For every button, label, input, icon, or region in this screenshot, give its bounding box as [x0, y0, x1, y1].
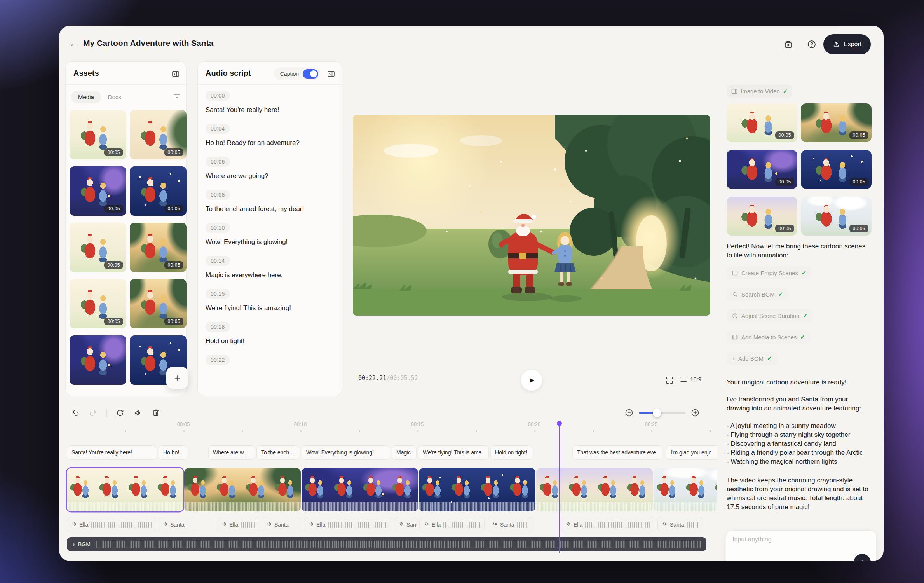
timestamp-pill: 00:10	[206, 223, 230, 233]
generated-clip-thumbnail[interactable]: 00:05	[801, 150, 872, 189]
voice-clip[interactable]: Ella	[67, 517, 156, 532]
voice-clip[interactable]: Ella	[561, 517, 654, 532]
image-to-video-step[interactable]: Image to Video ✓	[727, 85, 792, 98]
asset-thumbnail[interactable]: 00:05	[130, 279, 187, 328]
caption-clip[interactable]: Where are w...	[208, 445, 255, 460]
caption-clip[interactable]: That was the best adventure eve	[572, 445, 662, 460]
aspect-ratio-control[interactable]: 16:9	[680, 376, 701, 382]
generated-clip-thumbnail[interactable]: 00:05	[727, 103, 797, 142]
zoom-control	[625, 407, 699, 419]
asset-thumbnail[interactable]	[70, 335, 126, 385]
playhead[interactable]	[559, 424, 560, 553]
generated-clip-thumbnail[interactable]: 00:05	[801, 197, 872, 236]
video-clip[interactable]	[67, 468, 183, 511]
generated-clip-thumbnail[interactable]: 00:05	[727, 150, 797, 189]
divider	[198, 84, 342, 85]
caption-clip[interactable]: Wow! Everything is glowing!	[302, 445, 390, 460]
asset-thumbnail[interactable]: 00:05	[70, 279, 126, 328]
asset-thumbnail[interactable]: 00:05	[70, 223, 126, 272]
caption-clip[interactable]: Ho ho!...	[159, 445, 188, 460]
step-label: Adjust Scene Duration	[741, 312, 799, 319]
export-button[interactable]: Export	[823, 34, 871, 54]
delete-icon[interactable]	[151, 408, 160, 417]
cartoon-figures	[70, 335, 126, 385]
workflow-step[interactable]: ♪ Create Empty Scenes ✓	[727, 266, 812, 279]
asset-thumbnail[interactable]: 00:05	[70, 110, 126, 159]
music-note-icon: ♪	[72, 541, 75, 547]
workflow-step[interactable]: ♪ Search BGM ✓	[727, 288, 788, 301]
generated-clip-thumbnail[interactable]: 00:05	[727, 197, 797, 236]
voice-clip[interactable]: Ella	[304, 517, 392, 532]
send-button[interactable]: ↑	[854, 554, 871, 561]
voice-clip[interactable]: Ella	[217, 517, 260, 532]
zoom-slider-knob[interactable]	[653, 408, 661, 417]
collapse-panel-icon[interactable]	[171, 69, 181, 79]
voice-clip[interactable]: Ella	[419, 517, 485, 532]
voice-icon	[492, 522, 497, 527]
redo-icon[interactable]	[89, 408, 98, 417]
workflow-step[interactable]: ♪ Add BGM ✓	[727, 352, 778, 365]
workflow-step[interactable]: ♪ Add Media to Scenes ✓	[727, 330, 811, 344]
audio-volume-icon[interactable]	[133, 408, 143, 417]
duration-badge: 00:05	[104, 261, 123, 269]
caption-clip[interactable]: I'm glad you enjo	[666, 445, 717, 460]
zoom-out-icon[interactable]	[625, 408, 633, 417]
voice-clip[interactable]: Santa	[488, 517, 533, 532]
caption-clip[interactable]: Hold on tight!	[490, 445, 533, 460]
script-entry[interactable]: 00:10 Wow! Everything is glowing!	[206, 223, 335, 246]
caption-clip[interactable]: Santa! You're really here!	[67, 445, 157, 460]
help-icon[interactable]	[806, 39, 818, 50]
voice-clip[interactable]: Santa	[158, 517, 195, 532]
script-entry[interactable]: 00:06 Where are we going?	[206, 157, 335, 180]
aspect-ratio-value: 16:9	[690, 376, 701, 382]
playhead-handle[interactable]	[556, 420, 563, 427]
caption-clip[interactable]: We're flying! This is ama	[418, 445, 489, 460]
loop-icon[interactable]	[115, 408, 125, 417]
script-entries: 00:00 Santa! You're really here! 00:04 H…	[206, 91, 335, 396]
caption-text: Ho ho!...	[163, 449, 184, 456]
video-clip[interactable]	[302, 468, 418, 511]
collapse-panel-icon[interactable]	[326, 69, 336, 79]
video-preview[interactable]	[353, 115, 710, 316]
asset-thumbnail[interactable]: 00:05	[130, 110, 187, 159]
add-asset-button[interactable]: +	[166, 367, 188, 389]
caption-clip[interactable]: Magic i	[392, 445, 417, 460]
script-entry[interactable]: 00:00 Santa! You're really here!	[206, 91, 335, 114]
video-clip[interactable]	[654, 468, 717, 511]
asset-thumbnail[interactable]: 00:05	[130, 166, 187, 216]
duration-badge: 00:05	[104, 205, 123, 213]
script-entry[interactable]: 00:22	[206, 355, 335, 365]
asset-thumbnail[interactable]: 00:05	[130, 223, 187, 272]
video-clip[interactable]	[536, 468, 653, 511]
undo-icon[interactable]	[71, 408, 80, 417]
asset-thumbnail[interactable]: 00:05	[70, 166, 126, 216]
chat-input[interactable]	[732, 536, 865, 543]
zoom-slider[interactable]	[639, 412, 685, 414]
caption-toggle[interactable]	[303, 69, 318, 79]
tab-media[interactable]: Media	[71, 91, 101, 103]
script-entry[interactable]: 00:08 To the enchanted forest, my dear!	[206, 190, 335, 213]
fullscreen-icon[interactable]	[665, 376, 674, 384]
workflow-step[interactable]: ♪ Adjust Scene Duration ✓	[727, 309, 813, 322]
script-entry[interactable]: 00:04 Ho ho! Ready for an adventure?	[206, 124, 335, 147]
voice-clip[interactable]: Santa	[394, 517, 417, 532]
script-entry[interactable]: 00:14 Magic is everywhere here.	[206, 256, 335, 279]
caption-text: We're flying! This is ama	[423, 449, 482, 456]
more-menu-icon[interactable]: ···	[200, 37, 211, 50]
video-clip[interactable]	[184, 468, 301, 511]
play-button[interactable]: ▶	[521, 369, 542, 391]
video-clip[interactable]	[419, 468, 535, 511]
bgm-track[interactable]: ♪ BGM	[67, 537, 706, 551]
script-entry[interactable]: 00:18 Hold on tight!	[206, 322, 335, 345]
generated-clip-thumbnail[interactable]: 00:05	[801, 103, 872, 142]
export-queue-icon[interactable]	[783, 39, 794, 50]
script-entry[interactable]: 00:15 We're flying! This is amazing!	[206, 289, 335, 312]
zoom-in-icon[interactable]	[691, 408, 699, 417]
caption-clip[interactable]: To the ench...	[256, 445, 300, 460]
tab-docs[interactable]: Docs	[108, 94, 121, 100]
filter-icon[interactable]	[173, 92, 181, 101]
voice-clip[interactable]: Santa	[657, 517, 703, 532]
step-label: Create Empty Scenes	[741, 270, 798, 276]
voice-clip[interactable]: Santa	[262, 517, 302, 532]
back-icon[interactable]: ←	[68, 37, 80, 50]
